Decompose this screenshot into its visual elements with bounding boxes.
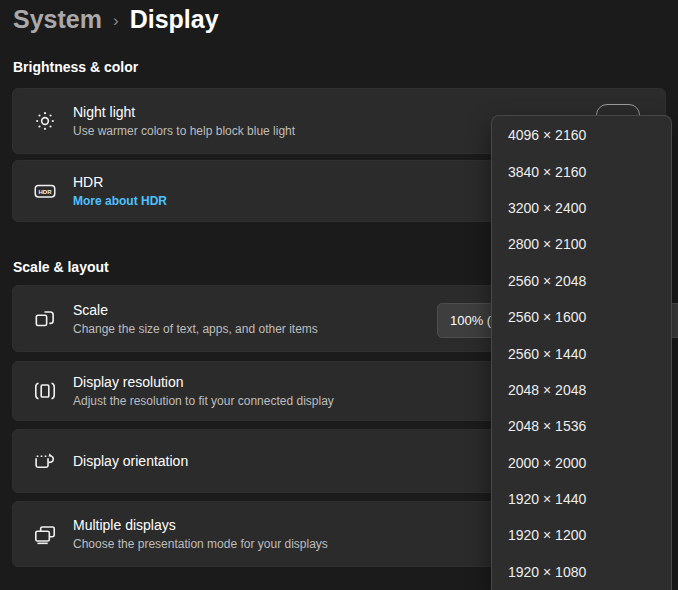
breadcrumb: System › Display [13, 5, 219, 34]
hdr-icon: HDR [32, 178, 58, 204]
display-resolution-title: Display resolution [73, 374, 334, 390]
multiple-displays-icon [32, 521, 58, 547]
hdr-title: HDR [73, 174, 167, 190]
resolution-option[interactable]: 3200 × 2400 [492, 190, 671, 226]
resolution-option[interactable]: 2560 × 2048 [492, 263, 671, 299]
resolution-dropdown-list: 4096 × 21603840 × 21603200 × 24002800 × … [492, 117, 671, 590]
resolution-option[interactable]: 2800 × 2100 [492, 226, 671, 262]
resolution-option[interactable]: 2000 × 2000 [492, 445, 671, 481]
night-light-icon [32, 108, 58, 134]
display-resolution-subtitle: Adjust the resolution to fit your connec… [73, 394, 334, 408]
breadcrumb-system[interactable]: System [13, 5, 102, 34]
night-light-title: Night light [73, 104, 295, 120]
resolution-option[interactable]: 2560 × 1440 [492, 335, 671, 371]
scale-title: Scale [73, 302, 318, 318]
resolution-option[interactable]: 2560 × 1600 [492, 299, 671, 335]
resolution-option[interactable]: 2048 × 1536 [492, 408, 671, 444]
display-orientation-icon [32, 448, 58, 474]
breadcrumb-chevron-icon: › [113, 9, 119, 31]
section-brightness-color: Brightness & color [13, 59, 138, 75]
resolution-dropdown: 4096 × 21603840 × 21603200 × 24002800 × … [491, 115, 672, 590]
svg-text:HDR: HDR [38, 189, 52, 195]
resolution-option[interactable]: 4096 × 2160 [492, 117, 671, 153]
page-title: Display [130, 5, 219, 34]
night-light-subtitle: Use warmer colors to help block blue lig… [73, 124, 295, 138]
resolution-option[interactable]: 2048 × 2048 [492, 372, 671, 408]
resolution-option[interactable]: 3840 × 2160 [492, 153, 671, 189]
scale-icon [32, 306, 58, 332]
section-scale-layout: Scale & layout [13, 259, 109, 275]
display-resolution-icon [32, 378, 58, 404]
resolution-option[interactable]: 1920 × 1200 [492, 517, 671, 553]
multiple-displays-title: Multiple displays [73, 517, 328, 533]
resolution-option[interactable]: 1920 × 1080 [492, 554, 671, 590]
hdr-more-link[interactable]: More about HDR [73, 194, 167, 208]
multiple-displays-subtitle: Choose the presentation mode for your di… [73, 537, 328, 551]
scale-subtitle: Change the size of text, apps, and other… [73, 322, 318, 336]
resolution-option[interactable]: 1920 × 1440 [492, 481, 671, 517]
display-orientation-title: Display orientation [73, 453, 188, 469]
